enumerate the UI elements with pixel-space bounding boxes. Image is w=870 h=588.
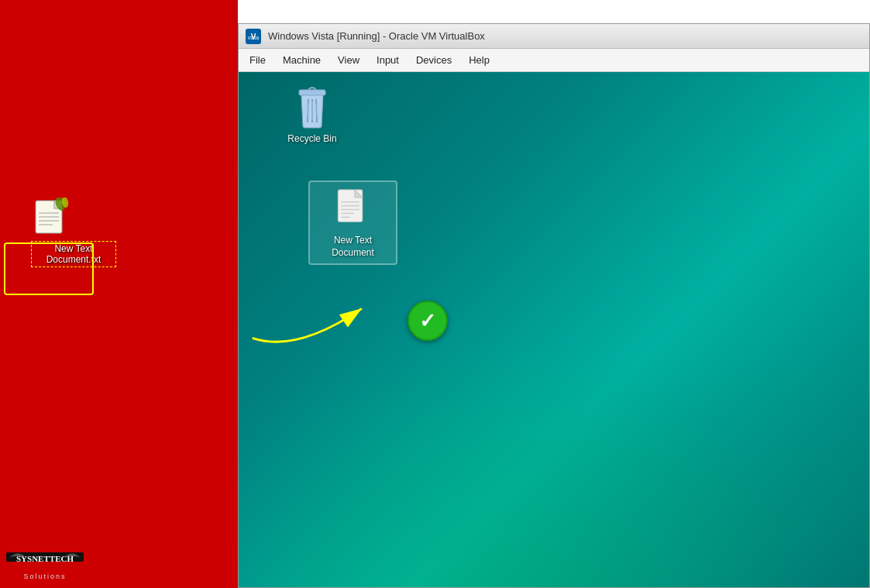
host-doc-label: New Text Document.txt: [31, 241, 116, 267]
menu-view[interactable]: View: [330, 51, 367, 69]
menu-machine[interactable]: Machine: [275, 51, 328, 69]
vm-screen: Recycle Bin New Text Document ✓: [239, 72, 869, 587]
window-title: Windows Vista [Running] - Oracle VM Virt…: [268, 30, 863, 42]
brand-sub-label: Solutions: [6, 573, 84, 580]
svg-text:SYSNETTECH: SYSNETTECH: [16, 554, 74, 563]
recycle-bin-image: [293, 84, 332, 130]
check-circle: ✓: [407, 301, 448, 341]
brand-logo: SYSNETTECH Solutions: [6, 546, 84, 580]
recycle-bin-label: Recycle Bin: [281, 133, 343, 144]
check-symbol: ✓: [419, 311, 436, 331]
recycle-bin-icon[interactable]: Recycle Bin: [281, 84, 343, 144]
vista-bg-swirl: [239, 278, 869, 587]
brand-icon: SYSNETTECH: [6, 546, 84, 571]
svg-rect-14: [299, 90, 325, 95]
host-doc-icon-image: [31, 198, 71, 238]
menu-input[interactable]: Input: [369, 51, 407, 69]
virtualbox-window: V vista Windows Vista [Running] - Oracle…: [238, 23, 870, 588]
menu-bar: File Machine View Input Devices Help: [239, 49, 869, 72]
vista-doc-image: [335, 188, 372, 231]
title-bar: V vista Windows Vista [Running] - Oracle…: [239, 24, 869, 49]
menu-file[interactable]: File: [242, 51, 273, 69]
vista-doc-icon[interactable]: New Text Document: [308, 181, 397, 265]
vista-doc-label: New Text Document: [315, 235, 391, 259]
svg-point-18: [306, 101, 318, 120]
menu-devices[interactable]: Devices: [408, 51, 459, 69]
svg-text:vista: vista: [248, 35, 260, 40]
host-desktop: New Text Document.txt SYSNETTECH Solutio…: [0, 0, 238, 588]
host-doc-icon[interactable]: New Text Document.txt: [31, 198, 116, 267]
vbox-title-icon: V vista: [245, 28, 262, 45]
menu-help[interactable]: Help: [461, 51, 497, 69]
